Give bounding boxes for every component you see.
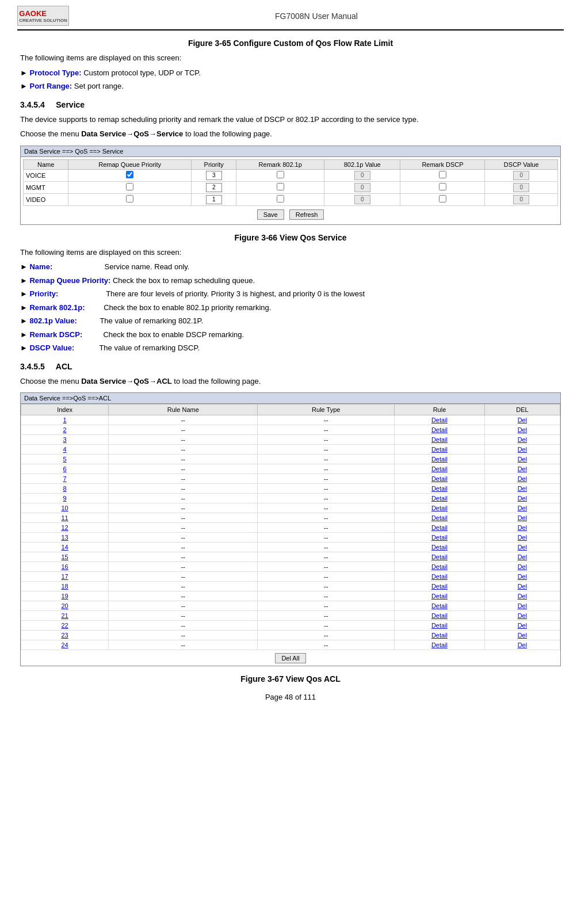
acl-del[interactable]: Del <box>484 533 560 543</box>
del-all-button[interactable]: Del All <box>275 653 305 663</box>
acl-rule-detail[interactable]: Detail <box>395 591 485 601</box>
acl-index-link[interactable]: 2 <box>63 426 67 433</box>
acl-rule-detail[interactable]: Detail <box>395 425 485 435</box>
detail-link[interactable]: Detail <box>431 642 448 648</box>
del-link[interactable]: Del <box>518 632 528 639</box>
qos-row-remark802[interactable] <box>236 181 324 193</box>
qos-row-priority[interactable] <box>191 193 236 205</box>
del-link[interactable]: Del <box>518 426 528 433</box>
priority-input[interactable] <box>206 195 222 204</box>
acl-index-link[interactable]: 17 <box>61 573 68 580</box>
acl-rule-detail[interactable]: Detail <box>395 533 485 543</box>
acl-index[interactable]: 5 <box>21 455 109 464</box>
detail-link[interactable]: Detail <box>431 456 448 463</box>
acl-index-link[interactable]: 15 <box>61 553 68 560</box>
del-link[interactable]: Del <box>518 456 528 463</box>
acl-del[interactable]: Del <box>484 640 560 650</box>
detail-link[interactable]: Detail <box>431 602 448 609</box>
acl-index[interactable]: 18 <box>21 582 109 591</box>
acl-del[interactable]: Del <box>484 562 560 572</box>
acl-index[interactable]: 2 <box>21 425 109 435</box>
acl-index-link[interactable]: 19 <box>61 593 68 600</box>
acl-index-link[interactable]: 20 <box>61 602 68 609</box>
acl-del[interactable]: Del <box>484 631 560 640</box>
qos-row-priority[interactable] <box>191 181 236 193</box>
acl-index-link[interactable]: 3 <box>63 436 67 443</box>
acl-del[interactable]: Del <box>484 601 560 611</box>
qos-row-remark802[interactable] <box>236 193 324 205</box>
acl-rule-detail[interactable]: Detail <box>395 621 485 631</box>
acl-index[interactable]: 24 <box>21 640 109 650</box>
del-link[interactable]: Del <box>518 642 528 648</box>
acl-index[interactable]: 21 <box>21 611 109 621</box>
acl-index[interactable]: 10 <box>21 503 109 513</box>
save-button[interactable]: Save <box>257 209 284 220</box>
acl-rule-detail[interactable]: Detail <box>395 640 485 650</box>
detail-link[interactable]: Detail <box>431 544 448 551</box>
acl-del[interactable]: Del <box>484 474 560 484</box>
acl-del[interactable]: Del <box>484 494 560 503</box>
del-link[interactable]: Del <box>518 553 528 560</box>
detail-link[interactable]: Detail <box>431 524 448 531</box>
acl-index[interactable]: 13 <box>21 533 109 543</box>
priority-input[interactable] <box>206 183 222 192</box>
del-link[interactable]: Del <box>518 534 528 541</box>
del-link[interactable]: Del <box>518 602 528 609</box>
acl-index-link[interactable]: 8 <box>63 485 67 492</box>
detail-link[interactable]: Detail <box>431 495 448 502</box>
del-link[interactable]: Del <box>518 475 528 482</box>
detail-link[interactable]: Detail <box>431 505 448 511</box>
del-link[interactable]: Del <box>518 514 528 521</box>
detail-link[interactable]: Detail <box>431 436 448 443</box>
acl-index[interactable]: 7 <box>21 474 109 484</box>
acl-index-link[interactable]: 12 <box>61 524 68 531</box>
acl-rule-detail[interactable]: Detail <box>395 455 485 464</box>
acl-index[interactable]: 6 <box>21 464 109 474</box>
acl-index[interactable]: 19 <box>21 591 109 601</box>
acl-index-link[interactable]: 7 <box>63 475 67 482</box>
acl-rule-detail[interactable]: Detail <box>395 611 485 621</box>
qos-row-remap[interactable] <box>68 169 192 181</box>
acl-del[interactable]: Del <box>484 513 560 523</box>
detail-link[interactable]: Detail <box>431 563 448 570</box>
acl-del[interactable]: Del <box>484 611 560 621</box>
del-link[interactable]: Del <box>518 465 528 472</box>
del-link[interactable]: Del <box>518 583 528 590</box>
detail-link[interactable]: Detail <box>431 573 448 580</box>
acl-del[interactable]: Del <box>484 445 560 455</box>
acl-index-link[interactable]: 4 <box>63 446 67 453</box>
acl-index[interactable]: 17 <box>21 572 109 582</box>
remap-checkbox[interactable] <box>126 195 133 203</box>
acl-index-link[interactable]: 1 <box>63 417 67 423</box>
detail-link[interactable]: Detail <box>431 485 448 492</box>
acl-rule-detail[interactable]: Detail <box>395 582 485 591</box>
remap-checkbox[interactable] <box>126 171 133 178</box>
acl-index-link[interactable]: 24 <box>61 642 68 648</box>
del-link[interactable]: Del <box>518 593 528 600</box>
detail-link[interactable]: Detail <box>431 534 448 541</box>
priority-input[interactable] <box>206 171 222 180</box>
detail-link[interactable]: Detail <box>431 465 448 472</box>
acl-index-link[interactable]: 23 <box>61 632 68 639</box>
remarkDSCP-checkbox[interactable] <box>439 195 446 203</box>
detail-link[interactable]: Detail <box>431 514 448 521</box>
acl-del[interactable]: Del <box>484 552 560 562</box>
remark802-checkbox[interactable] <box>277 183 284 190</box>
acl-index-link[interactable]: 9 <box>63 495 67 502</box>
acl-del[interactable]: Del <box>484 425 560 435</box>
refresh-button[interactable]: Refresh <box>289 209 324 220</box>
detail-link[interactable]: Detail <box>431 417 448 423</box>
acl-rule-detail[interactable]: Detail <box>395 562 485 572</box>
acl-rule-detail[interactable]: Detail <box>395 415 485 425</box>
acl-index-link[interactable]: 22 <box>61 622 68 629</box>
acl-index[interactable]: 4 <box>21 445 109 455</box>
acl-rule-detail[interactable]: Detail <box>395 543 485 552</box>
acl-rule-detail[interactable]: Detail <box>395 631 485 640</box>
acl-index[interactable]: 14 <box>21 543 109 552</box>
acl-rule-detail[interactable]: Detail <box>395 474 485 484</box>
acl-index-link[interactable]: 16 <box>61 563 68 570</box>
detail-link[interactable]: Detail <box>431 446 448 453</box>
acl-index[interactable]: 8 <box>21 484 109 494</box>
acl-index-link[interactable]: 6 <box>63 465 67 472</box>
acl-rule-detail[interactable]: Detail <box>395 435 485 445</box>
